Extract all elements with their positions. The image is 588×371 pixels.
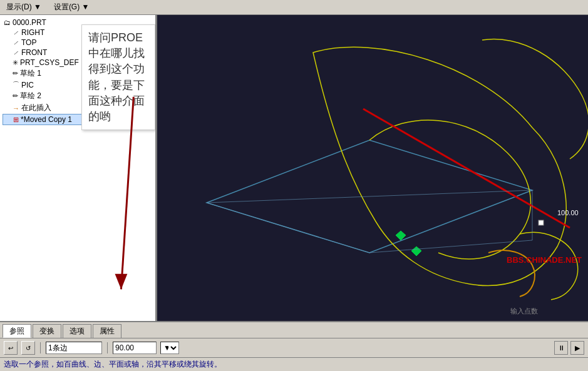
svg-text:100.00: 100.00 (557, 209, 579, 216)
tree-label-right: RIGHT (21, 28, 44, 37)
tab-ref[interactable]: 参照 (3, 324, 31, 338)
tree-label-csys: PRT_CSYS_DEF (20, 58, 79, 67)
root-icon: 🗂 (4, 19, 11, 26)
tree-label-sketch2: 草绘 2 (20, 91, 41, 101)
pic-icon: ⌒ (13, 80, 19, 89)
count-input[interactable] (46, 342, 102, 354)
sketch-icon-1: ✏ (13, 69, 18, 78)
bottom-toolbar: ↩ ↺ ▼ ⏸ ▶ (0, 338, 588, 357)
plane-icon-top: ⟋ (13, 39, 19, 46)
angle-input[interactable] (113, 342, 157, 354)
csys-icon: ✳ (13, 59, 18, 67)
viewport[interactable]: 100.00 输入点数 BBS.CHINADE.NET (157, 15, 588, 321)
plane-icon-front: ⟋ (13, 49, 19, 56)
viewport-svg: 100.00 (157, 15, 588, 321)
insert-icon: → (13, 104, 19, 112)
watermark: BBS.CHINADE.NET (507, 255, 582, 265)
tree-label-insert: 在此插入 (21, 103, 51, 113)
refresh-button[interactable]: ↺ (21, 341, 35, 355)
moved-icon: ⊞ (13, 116, 19, 124)
tree-label-top: TOP (21, 38, 36, 47)
undo-button[interactable]: ↩ (4, 341, 18, 355)
menu-settings[interactable]: 设置(G) ▼ (50, 1, 93, 14)
tab-exchange[interactable]: 变换 (33, 324, 61, 338)
menu-display[interactable]: 显示(D) ▼ (3, 1, 45, 14)
tree-label-pic: PIC (21, 81, 34, 89)
left-panel: 🗂 0000.PRT ⟋ RIGHT ⟋ TOP ⟋ FRONT ✳ PRT_C… (0, 15, 157, 321)
bottom-area: 参照 变换 选项 属性 ↩ ↺ ▼ ⏸ ▶ 选取一个参照，如百曲线、边、平面或轴… (0, 321, 588, 371)
plane-icon-right: ⟋ (13, 29, 19, 36)
bottom-tabs: 参照 变换 选项 属性 (0, 322, 588, 338)
annotation-text: 请问PROE中在哪儿找得到这个功能，要是下面这种介面的哟 (88, 31, 145, 123)
svg-rect-2 (157, 15, 588, 321)
tree-label-sketch1: 草绘 1 (20, 68, 41, 79)
play-button[interactable]: ▶ (570, 341, 584, 355)
tree-label-moved: *Moved Copy 1 (21, 115, 72, 124)
pause-button[interactable]: ⏸ (554, 341, 568, 355)
svg-rect-7 (539, 220, 544, 225)
tree-root-label: 0000.PRT (13, 18, 46, 27)
svg-marker-1 (115, 274, 128, 290)
status-text: 选取一个参照，如百曲线、边、平面或轴，沿其平移或绕其旋转。 (4, 359, 222, 370)
separator-2 (107, 342, 108, 353)
tree-label-front: FRONT (21, 48, 47, 57)
viewport-label: 输入点数 (510, 307, 538, 316)
separator-1 (40, 342, 41, 353)
tab-props[interactable]: 属性 (93, 324, 121, 338)
main-area: 🗂 0000.PRT ⟋ RIGHT ⟋ TOP ⟋ FRONT ✳ PRT_C… (0, 15, 588, 321)
playback-controls: ⏸ ▶ (554, 341, 584, 355)
sketch-icon-2: ✏ (13, 92, 18, 100)
annotation-bubble: 请问PROE中在哪儿找得到这个功能，要是下面这种介面的哟 (81, 24, 155, 130)
angle-unit-select[interactable]: ▼ (160, 342, 179, 354)
status-bar: 选取一个参照，如百曲线、边、平面或轴，沿其平移或绕其旋转。 (0, 357, 588, 371)
menubar: 显示(D) ▼ 设置(G) ▼ (0, 0, 588, 15)
tab-options[interactable]: 选项 (63, 324, 91, 338)
